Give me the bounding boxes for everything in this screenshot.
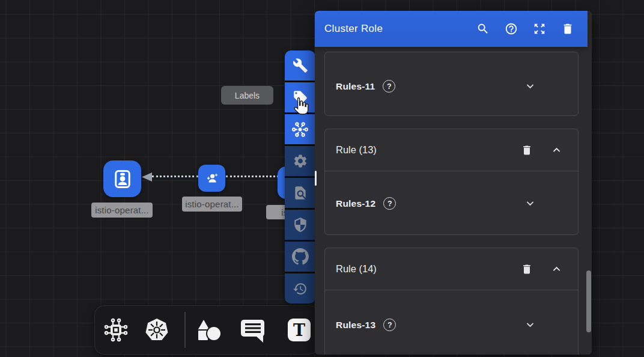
help-circle-icon[interactable]: ? xyxy=(383,80,395,93)
node-cluster-role[interactable] xyxy=(103,160,141,197)
edge-segment xyxy=(226,175,279,177)
shapes-icon xyxy=(194,317,222,343)
shapes-tool-button[interactable] xyxy=(194,317,222,343)
node-label: istio-operat... xyxy=(182,197,242,212)
node-service-account[interactable] xyxy=(198,165,225,192)
panel-header-icons xyxy=(476,22,574,35)
rule-header-row[interactable]: Rule (13) xyxy=(325,129,578,171)
service-account-icon xyxy=(204,170,220,186)
trash-icon xyxy=(521,144,533,156)
help-icon xyxy=(505,22,518,35)
labels-tool-button[interactable] xyxy=(285,82,315,112)
rules-card: Rules-11 ? xyxy=(324,52,579,116)
github-tool-button[interactable] xyxy=(285,242,315,272)
chevron-down-icon[interactable] xyxy=(523,79,537,93)
panel-title: Cluster Role xyxy=(324,23,476,35)
comment-tool-button[interactable] xyxy=(239,317,266,343)
github-icon xyxy=(292,248,309,265)
kubernetes-icon xyxy=(144,317,170,343)
rules-label: Rules-13 xyxy=(336,320,375,331)
delete-button[interactable] xyxy=(561,22,574,35)
rule-card: Rule (14) Rules-13 ? xyxy=(324,248,579,355)
toolbar-divider xyxy=(184,312,186,348)
chevron-down-icon[interactable] xyxy=(523,197,537,210)
edge-arrowhead-icon xyxy=(142,172,152,182)
id-badge-icon xyxy=(112,168,133,190)
text-tool-icon: T xyxy=(288,319,311,341)
chevron-down-icon[interactable] xyxy=(523,318,537,332)
chevron-up-icon[interactable] xyxy=(550,262,564,276)
trash-icon xyxy=(561,22,574,35)
shield-icon xyxy=(293,217,308,233)
kubernetes-tool-button[interactable] xyxy=(144,317,170,343)
wrench-tool-button[interactable] xyxy=(285,50,315,81)
rules-row[interactable]: Rules-13 ? xyxy=(325,290,578,355)
delete-rule-button[interactable] xyxy=(521,263,533,275)
panel-drag-handle[interactable] xyxy=(315,171,317,186)
chevron-up-icon[interactable] xyxy=(550,143,564,157)
rule-header-row[interactable]: Rule (14) xyxy=(325,248,578,290)
search-icon xyxy=(476,22,490,35)
help-circle-icon[interactable]: ? xyxy=(383,319,396,331)
doc-search-icon xyxy=(293,185,308,201)
expand-icon xyxy=(533,22,546,35)
cluster-role-panel: Cluster Role xyxy=(315,11,592,355)
node-label-text: istio-operat... xyxy=(95,205,149,215)
diagram-canvas[interactable]: istio istio-operat... istio-operat... La… xyxy=(0,0,644,357)
rule-title: Rule (14) xyxy=(336,263,521,275)
side-toolbar xyxy=(285,50,315,304)
text-tool-button[interactable]: T xyxy=(288,319,311,341)
rule-card: Rule (13) Rules-12 ? xyxy=(324,129,579,235)
node-label-text: istio-operat... xyxy=(185,199,239,209)
hub-tool-button[interactable] xyxy=(285,114,315,144)
circuit-tool-button[interactable] xyxy=(103,317,129,343)
rules-row[interactable]: Rules-12 ? xyxy=(325,171,578,236)
expand-button[interactable] xyxy=(533,22,546,35)
tooltip-text: Labels xyxy=(235,91,260,100)
rule-title: Rule (13) xyxy=(336,144,521,156)
wrench-icon xyxy=(293,58,308,73)
doc-search-tool-button[interactable] xyxy=(285,178,315,208)
rules-label: Rules-12 xyxy=(336,198,375,209)
tag-icon xyxy=(293,90,308,105)
shield-tool-button[interactable] xyxy=(285,210,315,240)
help-button[interactable] xyxy=(505,22,518,35)
comment-icon xyxy=(240,317,266,343)
gear-icon xyxy=(293,153,308,169)
delete-rule-button[interactable] xyxy=(521,144,533,156)
trash-icon xyxy=(521,263,533,275)
search-button[interactable] xyxy=(476,22,490,35)
hub-icon xyxy=(292,121,308,138)
text-tool-label: T xyxy=(293,321,305,340)
panel-scrollbar[interactable] xyxy=(586,270,591,332)
circuit-icon xyxy=(103,317,129,343)
edge-segment xyxy=(152,175,198,177)
bottom-toolbar: T xyxy=(94,305,319,355)
help-circle-icon[interactable]: ? xyxy=(383,197,396,210)
settings-tool-button[interactable] xyxy=(285,146,315,176)
rules-row[interactable]: Rules-11 ? xyxy=(325,52,578,115)
rules-label: Rules-11 xyxy=(336,81,375,92)
history-tool-button[interactable] xyxy=(285,273,315,304)
panel-header: Cluster Role xyxy=(315,11,588,47)
history-icon xyxy=(293,281,308,296)
labels-tooltip: Labels xyxy=(221,86,273,105)
node-label: istio-operat... xyxy=(91,203,153,218)
